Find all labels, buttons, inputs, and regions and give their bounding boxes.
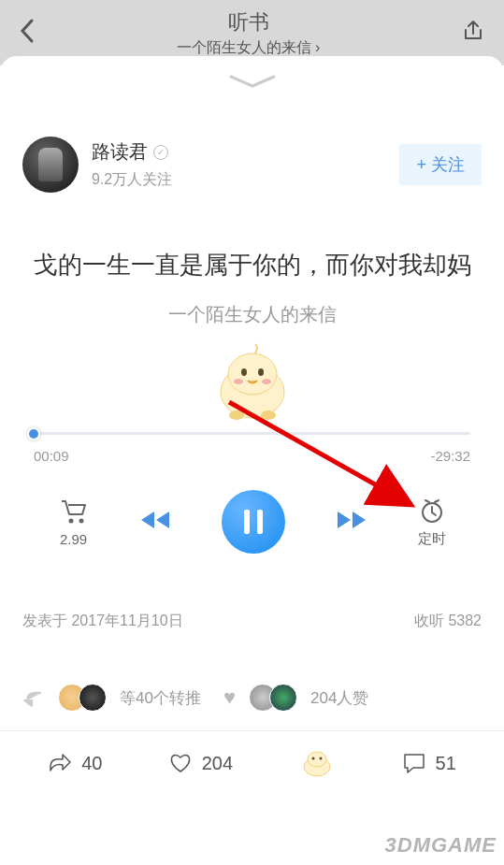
- like-avatars[interactable]: [249, 684, 297, 712]
- player-controls: 2.99 定时: [0, 490, 504, 554]
- author-info: 路读君 ✓ 9.2万人关注: [92, 139, 399, 190]
- drag-handle[interactable]: [0, 56, 504, 108]
- elapsed-time: 00:09: [34, 448, 69, 464]
- forward-icon: [335, 509, 368, 531]
- progress-thumb[interactable]: [27, 427, 40, 440]
- svg-point-6: [229, 411, 244, 420]
- bottom-mascot[interactable]: [298, 748, 336, 778]
- pause-button[interactable]: [222, 490, 285, 554]
- svg-point-4: [234, 379, 243, 384]
- share-button[interactable]: [461, 19, 485, 47]
- mascot-image: [0, 340, 504, 425]
- rewind-icon: [138, 509, 172, 531]
- forward-button[interactable]: [335, 509, 368, 535]
- svg-point-14: [320, 757, 323, 760]
- repost-text[interactable]: 等40个转推: [120, 687, 201, 709]
- timer-label: 定时: [418, 530, 446, 548]
- timer-button[interactable]: 定时: [418, 497, 446, 548]
- svg-point-13: [312, 757, 315, 760]
- follower-count: 9.2万人关注: [92, 170, 399, 190]
- svg-point-7: [261, 411, 276, 420]
- follow-button[interactable]: + 关注: [399, 144, 482, 185]
- heart-outline-icon: [168, 752, 193, 774]
- svg-point-2: [241, 368, 247, 376]
- comment-action[interactable]: 51: [402, 752, 456, 774]
- social-row: 等40个转推 ♥ 204人赞: [0, 684, 504, 712]
- comment-icon: [402, 752, 426, 774]
- avatar-mini: [79, 684, 107, 712]
- svg-point-9: [79, 518, 83, 523]
- header-subtitle[interactable]: 一个陌生女人的来信 ›: [36, 38, 461, 58]
- header-title: 听书: [36, 8, 461, 36]
- publish-date: 发表于 2017年11月10日: [22, 612, 183, 631]
- svg-point-8: [68, 518, 73, 523]
- author-name[interactable]: 路读君 ✓: [92, 139, 399, 165]
- progress-track[interactable]: [34, 432, 470, 435]
- purchase-button[interactable]: 2.99: [59, 497, 89, 547]
- back-button[interactable]: [19, 15, 36, 51]
- author-row: 路读君 ✓ 9.2万人关注 + 关注: [0, 137, 504, 193]
- heart-icon: ♥: [223, 685, 236, 710]
- meta-row: 发表于 2017年11月10日 收听 5382: [0, 612, 504, 631]
- play-count: 收听 5382: [414, 612, 482, 631]
- track-subtitle: 一个陌生女人的来信: [0, 302, 504, 327]
- share-action[interactable]: 40: [48, 752, 102, 774]
- cart-icon: [59, 497, 89, 526]
- price-label: 2.99: [60, 531, 87, 547]
- player-sheet: 路读君 ✓ 9.2万人关注 + 关注 戈的一生一直是属于你的，而你对我却妈 一个…: [0, 56, 504, 797]
- avatar-mini: [269, 684, 297, 712]
- repost-icon[interactable]: [22, 687, 45, 708]
- header-center: 听书 一个陌生女人的来信 ›: [36, 8, 461, 58]
- svg-point-5: [262, 379, 271, 384]
- progress-section: 00:09 -29:32: [0, 432, 504, 464]
- repost-avatars[interactable]: [58, 684, 107, 712]
- svg-point-12: [308, 752, 326, 767]
- like-action[interactable]: 204: [168, 752, 233, 774]
- track-quote: 戈的一生一直是属于你的，而你对我却妈: [0, 249, 504, 281]
- remaining-time: -29:32: [430, 448, 470, 464]
- svg-point-3: [258, 368, 264, 376]
- rewind-button[interactable]: [138, 509, 172, 535]
- verified-icon: ✓: [153, 145, 168, 160]
- bottom-bar: 40 204 51: [0, 730, 504, 778]
- share-arrow-icon: [48, 752, 72, 774]
- like-text[interactable]: 204人赞: [310, 687, 368, 709]
- author-avatar[interactable]: [22, 137, 79, 193]
- svg-point-1: [228, 353, 277, 395]
- watermark: 3DMGAME: [385, 833, 497, 858]
- clock-icon: [418, 497, 446, 525]
- pause-icon: [244, 510, 250, 534]
